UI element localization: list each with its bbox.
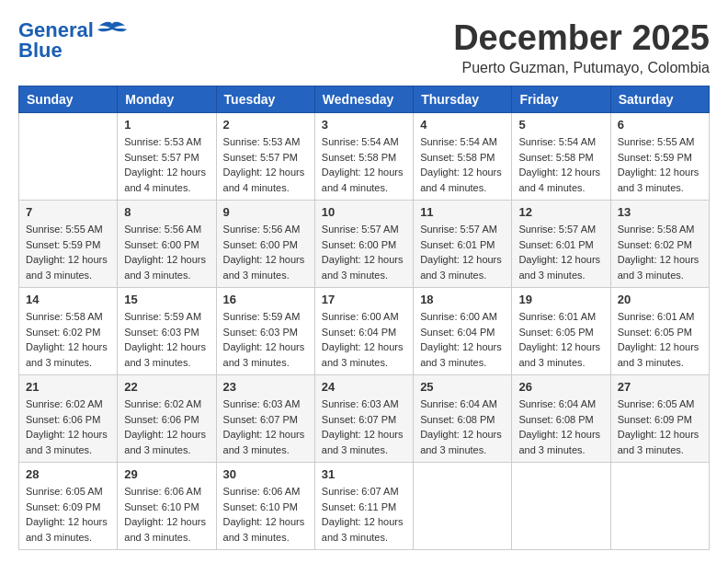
calendar-table: SundayMondayTuesdayWednesdayThursdayFrid… [18,86,710,550]
day-number: 19 [518,293,603,306]
calendar-week-row: 1Sunrise: 5:53 AMSunset: 5:57 PMDaylight… [19,113,710,201]
day-info: Sunrise: 5:55 AMSunset: 5:59 PMDaylight:… [618,134,702,195]
header-saturday: Saturday [610,86,709,113]
day-info: Sunrise: 6:05 AMSunset: 6:09 PMDaylight:… [26,484,110,545]
day-info: Sunrise: 6:00 AMSunset: 6:04 PMDaylight:… [322,309,406,370]
day-number: 22 [124,380,209,394]
calendar-cell: 23Sunrise: 6:03 AMSunset: 6:07 PMDayligh… [216,375,314,463]
month-title: December 2025 [453,18,710,58]
day-info: Sunrise: 6:04 AMSunset: 6:08 PMDaylight:… [518,396,603,457]
calendar-week-row: 21Sunrise: 6:02 AMSunset: 6:06 PMDayligh… [19,375,710,463]
calendar-cell: 26Sunrise: 6:04 AMSunset: 6:08 PMDayligh… [512,375,610,463]
day-number: 25 [420,380,505,394]
day-info: Sunrise: 6:04 AMSunset: 6:08 PMDaylight:… [420,396,505,457]
calendar-cell: 1Sunrise: 5:53 AMSunset: 5:57 PMDaylight… [118,113,216,201]
calendar-cell: 15Sunrise: 5:59 AMSunset: 6:03 PMDayligh… [118,288,216,375]
day-info: Sunrise: 5:56 AMSunset: 6:00 PMDaylight:… [223,222,308,282]
calendar-week-row: 28Sunrise: 6:05 AMSunset: 6:09 PMDayligh… [19,463,710,550]
day-number: 9 [223,205,308,219]
day-info: Sunrise: 5:56 AMSunset: 6:00 PMDaylight:… [124,222,209,282]
calendar-cell [512,463,610,550]
calendar-cell [414,463,512,550]
calendar-cell: 8Sunrise: 5:56 AMSunset: 6:00 PMDaylight… [118,201,216,288]
calendar-cell: 6Sunrise: 5:55 AMSunset: 5:59 PMDaylight… [610,113,709,201]
calendar-cell: 2Sunrise: 5:53 AMSunset: 5:57 PMDaylight… [216,113,314,201]
calendar-cell: 20Sunrise: 6:01 AMSunset: 6:05 PMDayligh… [610,288,709,375]
day-info: Sunrise: 6:06 AMSunset: 6:10 PMDaylight:… [223,484,308,545]
logo: General Blue [18,18,127,63]
calendar-cell: 14Sunrise: 5:58 AMSunset: 6:02 PMDayligh… [19,288,118,375]
calendar-cell: 13Sunrise: 5:58 AMSunset: 6:02 PMDayligh… [610,201,709,288]
day-number: 20 [618,293,702,306]
day-number: 5 [518,118,603,132]
day-number: 2 [223,118,308,132]
calendar-cell: 5Sunrise: 5:54 AMSunset: 5:58 PMDaylight… [512,113,610,201]
calendar-cell [19,113,118,201]
day-info: Sunrise: 6:06 AMSunset: 6:10 PMDaylight:… [124,484,209,545]
day-info: Sunrise: 5:59 AMSunset: 6:03 PMDaylight:… [124,309,209,370]
day-info: Sunrise: 5:57 AMSunset: 6:01 PMDaylight:… [420,222,505,282]
day-number: 10 [322,205,406,219]
day-info: Sunrise: 6:01 AMSunset: 6:05 PMDaylight:… [518,309,603,370]
day-number: 11 [420,205,505,219]
logo-blue-text: Blue [18,39,63,63]
calendar-cell: 25Sunrise: 6:04 AMSunset: 6:08 PMDayligh… [414,375,512,463]
day-number: 15 [124,293,209,306]
calendar-cell: 3Sunrise: 5:54 AMSunset: 5:58 PMDaylight… [314,113,413,201]
day-info: Sunrise: 6:07 AMSunset: 6:11 PMDaylight:… [322,484,406,545]
calendar-cell [610,463,709,550]
day-info: Sunrise: 5:57 AMSunset: 6:00 PMDaylight:… [322,222,406,282]
day-info: Sunrise: 6:00 AMSunset: 6:04 PMDaylight:… [420,309,505,370]
calendar-cell: 29Sunrise: 6:06 AMSunset: 6:10 PMDayligh… [118,463,216,550]
day-info: Sunrise: 5:54 AMSunset: 5:58 PMDaylight:… [420,134,505,195]
location-title: Puerto Guzman, Putumayo, Colombia [453,60,710,76]
day-number: 6 [618,118,702,132]
day-number: 28 [26,467,110,481]
day-number: 30 [223,467,308,481]
day-number: 12 [518,205,603,219]
day-number: 8 [124,205,209,219]
day-number: 18 [420,293,505,306]
calendar-cell: 28Sunrise: 6:05 AMSunset: 6:09 PMDayligh… [19,463,118,550]
day-number: 4 [420,118,505,132]
day-info: Sunrise: 6:02 AMSunset: 6:06 PMDaylight:… [124,396,209,457]
calendar-cell: 24Sunrise: 6:03 AMSunset: 6:07 PMDayligh… [314,375,413,463]
calendar-cell: 4Sunrise: 5:54 AMSunset: 5:58 PMDaylight… [414,113,512,201]
calendar-cell: 30Sunrise: 6:06 AMSunset: 6:10 PMDayligh… [216,463,314,550]
day-number: 1 [124,118,209,132]
calendar-week-row: 7Sunrise: 5:55 AMSunset: 5:59 PMDaylight… [19,201,710,288]
calendar-cell: 10Sunrise: 5:57 AMSunset: 6:00 PMDayligh… [314,201,413,288]
day-info: Sunrise: 5:58 AMSunset: 6:02 PMDaylight:… [26,309,110,370]
day-number: 24 [322,380,406,394]
header-wednesday: Wednesday [314,86,413,113]
day-number: 7 [26,205,110,219]
day-info: Sunrise: 6:03 AMSunset: 6:07 PMDaylight:… [322,396,406,457]
calendar-cell: 31Sunrise: 6:07 AMSunset: 6:11 PMDayligh… [314,463,413,550]
header: General Blue December 2025 Puerto Guzman… [18,18,710,76]
title-block: December 2025 Puerto Guzman, Putumayo, C… [453,18,710,76]
calendar-cell: 7Sunrise: 5:55 AMSunset: 5:59 PMDaylight… [19,201,118,288]
calendar-cell: 27Sunrise: 6:05 AMSunset: 6:09 PMDayligh… [610,375,709,463]
day-info: Sunrise: 6:03 AMSunset: 6:07 PMDaylight:… [223,396,308,457]
calendar-cell: 11Sunrise: 5:57 AMSunset: 6:01 PMDayligh… [414,201,512,288]
day-number: 14 [26,293,110,306]
day-info: Sunrise: 5:58 AMSunset: 6:02 PMDaylight:… [618,222,702,282]
day-info: Sunrise: 5:59 AMSunset: 6:03 PMDaylight:… [223,309,308,370]
day-info: Sunrise: 5:53 AMSunset: 5:57 PMDaylight:… [124,134,209,195]
header-thursday: Thursday [414,86,512,113]
calendar-cell: 12Sunrise: 5:57 AMSunset: 6:01 PMDayligh… [512,201,610,288]
day-number: 23 [223,380,308,394]
day-number: 17 [322,293,406,306]
header-friday: Friday [512,86,610,113]
calendar-cell: 22Sunrise: 6:02 AMSunset: 6:06 PMDayligh… [118,375,216,463]
day-info: Sunrise: 6:01 AMSunset: 6:05 PMDaylight:… [618,309,702,370]
day-number: 3 [322,118,406,132]
calendar-cell: 9Sunrise: 5:56 AMSunset: 6:00 PMDaylight… [216,201,314,288]
calendar-cell: 18Sunrise: 6:00 AMSunset: 6:04 PMDayligh… [414,288,512,375]
day-info: Sunrise: 5:53 AMSunset: 5:57 PMDaylight:… [223,134,308,195]
header-tuesday: Tuesday [216,86,314,113]
day-info: Sunrise: 5:57 AMSunset: 6:01 PMDaylight:… [518,222,603,282]
day-info: Sunrise: 5:54 AMSunset: 5:58 PMDaylight:… [518,134,603,195]
day-number: 26 [518,380,603,394]
calendar-cell: 16Sunrise: 5:59 AMSunset: 6:03 PMDayligh… [216,288,314,375]
